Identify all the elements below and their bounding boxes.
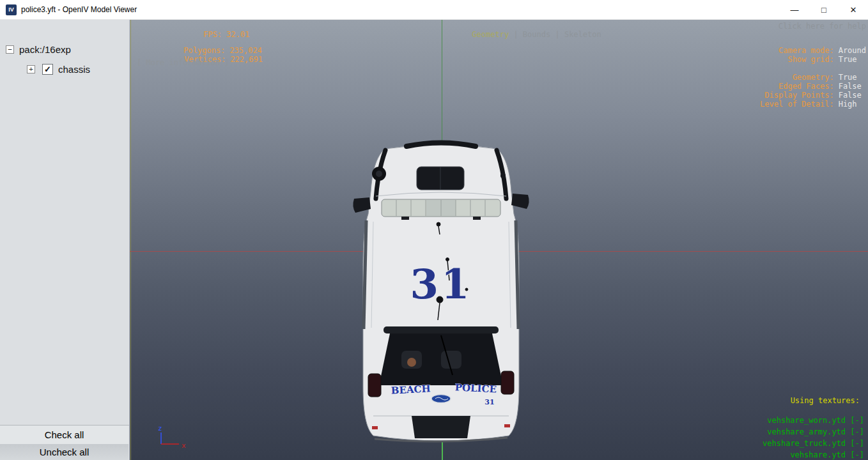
z-axis-label: z — [158, 424, 162, 433]
setting-level-of-detail: Level of Detail:High — [732, 92, 866, 117]
app-icon: IV — [6, 4, 17, 15]
check-all-button[interactable]: Check all — [0, 425, 128, 444]
occupant — [407, 358, 416, 367]
tree-node-root: − pack:/16exp — [6, 44, 71, 55]
tree-node-chassis: + ✓ chassis — [27, 64, 90, 75]
close-button[interactable]: ✕ — [839, 0, 868, 19]
app-window: IV police3.yft - OpenIV Model Viewer — □… — [0, 0, 868, 460]
rear-spoiler — [384, 326, 499, 334]
license-recess — [412, 416, 470, 438]
tree-chassis-label[interactable]: chassis — [58, 64, 90, 75]
mirror-right — [511, 194, 529, 209]
tab-geometry[interactable]: Geometry — [472, 30, 509, 39]
help-link[interactable]: Click here for help — [779, 22, 866, 31]
uncheck-all-button[interactable]: Uncheck all — [0, 444, 128, 460]
tail-light-left — [368, 374, 381, 397]
rear-unit-number: 31 — [484, 398, 494, 406]
vehicle-model: 31 BEACH POLICE 31 — [345, 137, 537, 450]
chassis-checkbox[interactable]: ✓ — [42, 64, 53, 75]
axis-gizmo: z x — [150, 424, 191, 456]
tab-separator: | — [555, 30, 559, 39]
window-title: police3.yft - OpenIV Model Viewer — [21, 5, 137, 14]
mirror-left — [353, 197, 371, 213]
grid-boundary-line — [130, 20, 131, 460]
textures-header: Using textures: — [791, 397, 860, 405]
tab-bounds[interactable]: Bounds — [523, 30, 550, 39]
roof-number: 31 — [410, 260, 472, 308]
tree-root-label[interactable]: pack:/16exp — [19, 44, 71, 55]
more-information-link[interactable]: [ More information ] — [137, 59, 229, 67]
minimize-button[interactable]: — — [780, 0, 809, 19]
rear-text-beach: BEACH — [391, 383, 431, 396]
view-mode-tabs: Geometry | Bounds | Skeleton — [444, 22, 601, 47]
title-bar: IV police3.yft - OpenIV Model Viewer — □… — [0, 0, 868, 20]
model-tree-sidebar: − pack:/16exp + ✓ chassis Check all Unch… — [0, 20, 130, 460]
tail-light-right — [501, 371, 514, 394]
collapse-icon[interactable]: − — [6, 45, 14, 54]
maximize-button[interactable]: □ — [809, 0, 839, 19]
expand-icon[interactable]: + — [27, 65, 35, 73]
x-axis-label: x — [182, 441, 186, 450]
window-controls: — □ ✕ — [780, 0, 868, 19]
tab-skeleton[interactable]: Skeleton — [564, 30, 601, 39]
tab-separator: | — [513, 30, 518, 39]
rear-text-police: POLICE — [454, 381, 497, 395]
texture-item: police3.ytd [-] — [767, 454, 864, 460]
model-viewport[interactable]: 31 BEACH POLICE 31 FPS:32.0 — [130, 20, 868, 460]
